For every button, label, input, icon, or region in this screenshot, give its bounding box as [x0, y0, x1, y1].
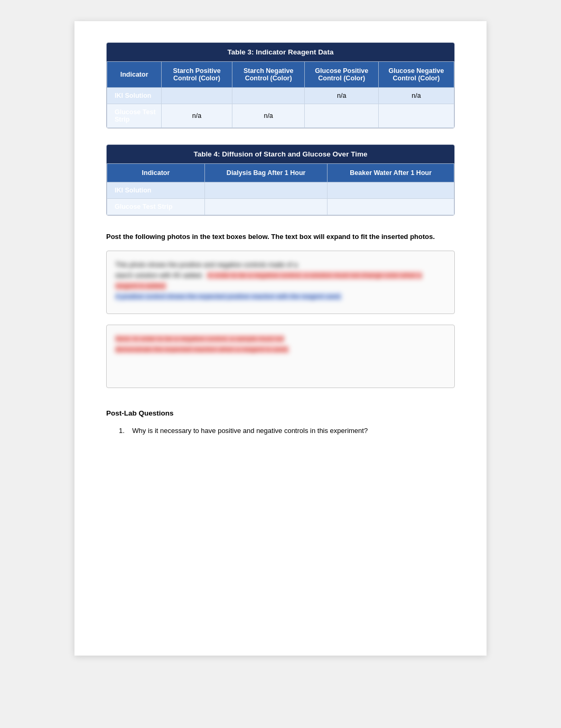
- textbox1-text-line1: This photo shows the positive and negati…: [115, 261, 422, 300]
- table3-header-glucose-pos: Glucose Positive Control (Color): [305, 62, 379, 88]
- table3-row1-indicator: IKI Solution: [107, 88, 162, 104]
- table4-container: Table 4: Diffusion of Starch and Glucose…: [106, 144, 455, 216]
- table3: Indicator Starch Positive Control (Color…: [107, 61, 454, 128]
- table3-row1-starch-neg[interactable]: [232, 88, 305, 104]
- textbox2-text-line1: Here: In order to be a negative control,…: [115, 335, 289, 353]
- photo-textbox-1[interactable]: This photo shows the positive and negati…: [106, 251, 455, 314]
- table-row: Glucose Test Strip n/a n/a: [107, 104, 454, 128]
- table4-header-indicator: Indicator: [107, 164, 205, 182]
- table3-row2-starch-pos: n/a: [162, 104, 232, 128]
- table3-header-starch-neg: Starch Negative Control (Color): [232, 62, 305, 88]
- page: Table 3: Indicator Reagent Data Indicato…: [74, 21, 487, 656]
- textbox2-content: Here: In order to be a negative control,…: [115, 334, 446, 355]
- question-number: 1.: [119, 427, 130, 435]
- textbox1-highlight2: A positive control shows the expected po…: [115, 293, 342, 300]
- table4-row1-beaker[interactable]: [328, 182, 454, 199]
- table3-header-indicator: Indicator: [107, 62, 162, 88]
- table4-row2-indicator: Glucose Test Strip: [107, 199, 205, 215]
- table4-row1-dialysis[interactable]: [204, 182, 327, 199]
- post-lab-section: Post-Lab Questions 1. Why is it necessar…: [106, 409, 455, 437]
- textbox1-content: This photo shows the positive and negati…: [115, 260, 446, 302]
- table-row: IKI Solution: [107, 182, 454, 199]
- table4-row1-indicator: IKI Solution: [107, 182, 205, 199]
- table-row: Glucose Test Strip: [107, 199, 454, 215]
- textbox2-highlight1: Here: In order to be a negative control,…: [115, 335, 284, 343]
- photo-instruction: Post the following photos in the text bo…: [106, 232, 455, 242]
- table4-header-beaker: Beaker Water After 1 Hour: [328, 164, 454, 182]
- question-text: Why is it necessary to have positive and…: [132, 427, 368, 435]
- post-lab-question-1: 1. Why is it necessary to have positive …: [119, 426, 455, 437]
- table3-row2-glucose-neg[interactable]: [378, 104, 454, 128]
- table3-row1-starch-pos[interactable]: [162, 88, 232, 104]
- table3-container: Table 3: Indicator Reagent Data Indicato…: [106, 42, 455, 128]
- table4-row2-dialysis[interactable]: [204, 199, 327, 215]
- table3-header-glucose-neg: Glucose Negative Control (Color): [378, 62, 454, 88]
- table4: Indicator Dialysis Bag After 1 Hour Beak…: [107, 163, 454, 215]
- table-row: IKI Solution n/a n/a: [107, 88, 454, 104]
- table3-row2-indicator: Glucose Test Strip: [107, 104, 162, 128]
- table3-title: Table 3: Indicator Reagent Data: [107, 43, 454, 61]
- textbox2-highlight2: demonstrate the expected reaction when a…: [115, 346, 289, 353]
- table4-header-dialysis: Dialysis Bag After 1 Hour: [204, 164, 327, 182]
- table3-row2-glucose-pos[interactable]: [305, 104, 379, 128]
- table4-title: Table 4: Diffusion of Starch and Glucose…: [107, 145, 454, 163]
- table3-row2-starch-neg: n/a: [232, 104, 305, 128]
- table3-row1-glucose-neg: n/a: [378, 88, 454, 104]
- textbox1-highlight1: In order to be a negative control, a sol…: [115, 272, 422, 290]
- photo-textbox-2[interactable]: Here: In order to be a negative control,…: [106, 325, 455, 388]
- table3-header-starch-pos: Starch Positive Control (Color): [162, 62, 232, 88]
- table3-row1-glucose-pos: n/a: [305, 88, 379, 104]
- table4-row2-beaker[interactable]: [328, 199, 454, 215]
- post-lab-title: Post-Lab Questions: [106, 409, 455, 417]
